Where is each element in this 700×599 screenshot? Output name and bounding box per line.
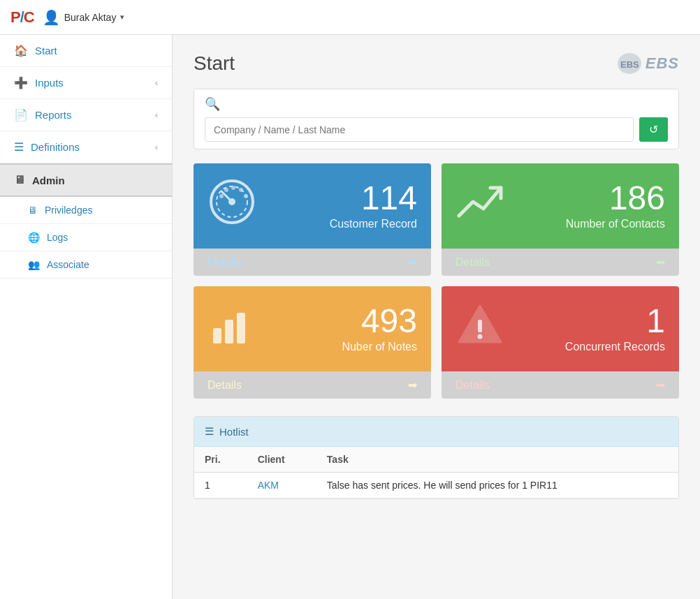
app-logo: P/C [10, 8, 34, 27]
card-customer-record: 114 Customer Record Details ➡ [194, 163, 431, 276]
card-concurrent-numbers: 1 Concurrent Records [565, 304, 665, 353]
concurrent-label: Concurrent Records [565, 341, 665, 353]
card-customer-record-top: 114 Customer Record [194, 163, 431, 249]
search-box: 🔍 ↺ [194, 89, 679, 149]
svg-point-16 [478, 334, 483, 339]
hotlist-table: Pri. Client Task 1 AKM Talse has sent pr… [194, 447, 678, 498]
contacts-count: 186 [566, 182, 665, 215]
search-icon-row: 🔍 [205, 96, 668, 112]
sidebar-label-logs: Logs [47, 232, 68, 243]
hotlist-title: Hotlist [219, 426, 249, 438]
sidebar-item-reports[interactable]: 📄 Reports ‹ [0, 99, 172, 131]
card-customer-record-numbers: 114 Customer Record [330, 182, 417, 230]
sidebar-item-start[interactable]: 🏠 Start [0, 35, 172, 67]
customer-record-count: 114 [330, 182, 417, 215]
user-menu[interactable]: 👤 Burak Aktay ▾ [43, 9, 125, 26]
concurrent-arrow-icon: ➡ [656, 378, 665, 392]
associate-icon: 👥 [28, 259, 40, 270]
hotlist-table-header-row: Pri. Client Task [194, 447, 678, 473]
contacts-label: Number of Contacts [566, 218, 665, 230]
svg-point-6 [219, 194, 224, 198]
bar-chart-icon [207, 300, 256, 357]
card-contacts-details[interactable]: Details ➡ [442, 249, 679, 276]
sidebar-item-logs[interactable]: 🌐 Logs [0, 224, 172, 251]
card-concurrent-top: 1 Concurrent Records [442, 286, 679, 371]
user-name: Burak Aktay [64, 12, 117, 23]
priviledges-icon: 🖥 [28, 205, 38, 216]
sidebar-label-inputs: Inputs [35, 77, 64, 89]
search-refresh-icon: ↺ [649, 124, 658, 135]
svg-rect-12 [225, 320, 233, 343]
ebs-logo-icon: EBS [617, 52, 642, 75]
reports-chevron-icon: ‹ [155, 110, 158, 120]
main-content: Start EBS EBS 🔍 ↺ [173, 35, 700, 599]
search-input-row: ↺ [205, 117, 668, 142]
sidebar-item-admin[interactable]: 🖥 Admin [0, 163, 172, 197]
contacts-arrow-icon: ➡ [656, 256, 665, 269]
page-title: Start [194, 52, 235, 75]
customer-record-arrow-icon: ➡ [408, 256, 417, 269]
sidebar: 🏠 Start ➕ Inputs ‹ 📄 Reports ‹ ☰ Definit… [0, 35, 173, 599]
table-row: 1 AKM Talse has sent prices. He will sen… [194, 473, 678, 498]
logs-icon: 🌐 [28, 232, 40, 243]
sidebar-label-priviledges: Priviledges [45, 205, 92, 216]
cell-task: Talse has sent prices. He will send pric… [316, 473, 678, 498]
notes-arrow-icon: ➡ [408, 378, 417, 392]
svg-point-9 [239, 188, 243, 192]
definitions-icon: ☰ [14, 140, 24, 154]
ebs-text: EBS [646, 54, 679, 73]
card-customer-record-details[interactable]: Details ➡ [194, 249, 431, 276]
sidebar-label-associate: Associate [47, 259, 89, 270]
svg-text:EBS: EBS [620, 59, 639, 70]
cell-client[interactable]: AKM [247, 473, 316, 498]
inputs-chevron-icon: ‹ [155, 77, 158, 88]
plus-icon: ➕ [14, 76, 28, 89]
warning-icon [455, 300, 504, 357]
card-number-of-contacts: 186 Number of Contacts Details ➡ [442, 163, 679, 276]
sidebar-label-admin: Admin [32, 175, 65, 186]
hotlist-icon: ☰ [205, 425, 214, 438]
sidebar-label-start: Start [35, 45, 57, 57]
card-notes-details[interactable]: Details ➡ [194, 371, 431, 399]
admin-icon: 🖥 [14, 174, 25, 186]
svg-point-8 [231, 186, 235, 190]
notes-label: Nuber of Notes [342, 341, 417, 353]
user-chevron-icon: ▾ [120, 13, 124, 22]
customer-record-details-label: Details [207, 256, 242, 269]
speedometer-icon [207, 177, 256, 235]
notes-details-label: Details [207, 379, 242, 392]
notes-count: 493 [342, 304, 417, 338]
app-layout: 🏠 Start ➕ Inputs ‹ 📄 Reports ‹ ☰ Definit… [0, 35, 700, 599]
card-contacts-numbers: 186 Number of Contacts [566, 182, 665, 230]
col-client: Client [247, 447, 316, 473]
sidebar-item-definitions[interactable]: ☰ Definitions ‹ [0, 131, 172, 163]
col-task: Task [316, 447, 678, 473]
svg-rect-11 [213, 328, 221, 343]
concurrent-count: 1 [565, 304, 665, 338]
main-header: Start EBS EBS [194, 52, 679, 75]
card-concurrent-details[interactable]: Details ➡ [442, 371, 679, 399]
card-notes-numbers: 493 Nuber of Notes [342, 304, 417, 353]
sidebar-item-inputs[interactable]: ➕ Inputs ‹ [0, 67, 172, 99]
ebs-logo: EBS EBS [617, 52, 679, 75]
hotlist-header: ☰ Hotlist [194, 417, 678, 447]
svg-rect-15 [478, 320, 482, 332]
card-contacts-top: 186 Number of Contacts [442, 163, 679, 249]
search-button[interactable]: ↺ [639, 117, 668, 142]
stats-cards-grid: 114 Customer Record Details ➡ [194, 163, 679, 399]
card-number-of-notes: 493 Nuber of Notes Details ➡ [194, 286, 431, 399]
customer-record-label: Customer Record [330, 218, 417, 230]
sidebar-label-definitions: Definitions [31, 141, 80, 153]
sidebar-item-associate[interactable]: 👥 Associate [0, 251, 172, 279]
concurrent-details-label: Details [455, 379, 490, 392]
card-notes-top: 493 Nuber of Notes [194, 286, 431, 371]
svg-rect-13 [237, 313, 245, 343]
trending-icon [455, 177, 504, 235]
svg-point-10 [244, 194, 248, 198]
sidebar-item-priviledges[interactable]: 🖥 Priviledges [0, 197, 172, 224]
cell-pri: 1 [194, 473, 247, 498]
report-icon: 📄 [14, 108, 28, 121]
home-icon: 🏠 [14, 44, 28, 57]
search-input[interactable] [205, 117, 634, 142]
definitions-chevron-icon: ‹ [155, 142, 158, 152]
